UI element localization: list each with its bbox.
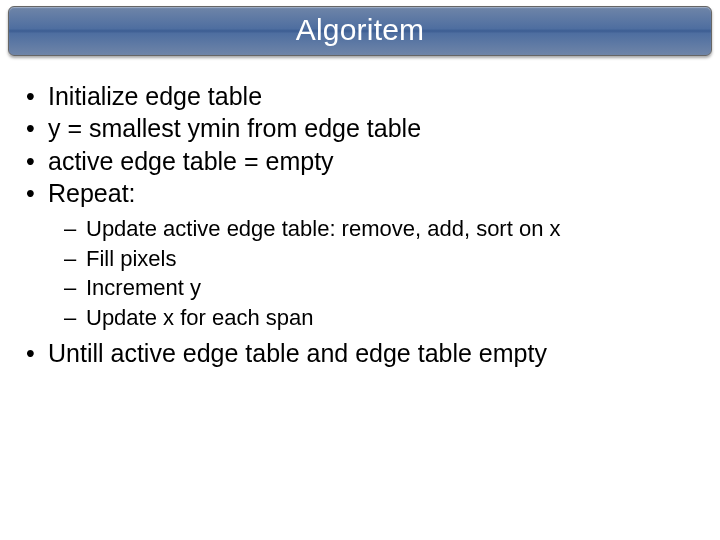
- sub-bullet-item: Fill pixels: [86, 245, 710, 274]
- bullet-item: active edge table = empty: [48, 146, 710, 177]
- sub-bullet-item: Update active edge table: remove, add, s…: [86, 215, 710, 244]
- bullet-list: Initialize edge table y = smallest ymin …: [10, 81, 710, 370]
- sub-bullet-list: Update active edge table: remove, add, s…: [48, 215, 710, 332]
- slide-title: Algoritem: [9, 7, 711, 55]
- slide: Algoritem Initialize edge table y = smal…: [0, 6, 720, 540]
- title-bar: Algoritem: [8, 6, 712, 56]
- bullet-item-label: Repeat:: [48, 179, 136, 207]
- sub-bullet-item: Update x for each span: [86, 304, 710, 333]
- bullet-item: Untill active edge table and edge table …: [48, 338, 710, 369]
- sub-bullet-item: Increment y: [86, 274, 710, 303]
- slide-body: Initialize edge table y = smallest ymin …: [0, 56, 720, 370]
- bullet-item: y = smallest ymin from edge table: [48, 113, 710, 144]
- bullet-item: Repeat: Update active edge table: remove…: [48, 178, 710, 333]
- bullet-item: Initialize edge table: [48, 81, 710, 112]
